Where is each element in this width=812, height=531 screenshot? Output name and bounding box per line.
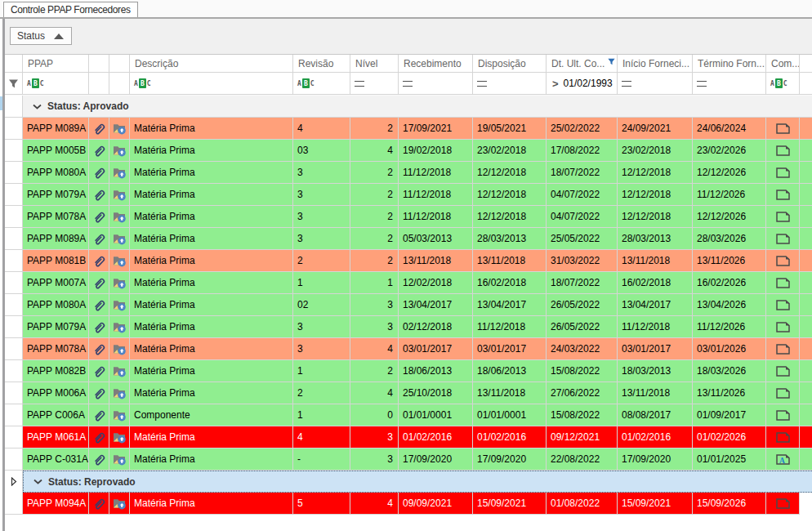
table-row[interactable]: PAPP M079AMatéria Prima3302/12/201811/12… — [5, 316, 812, 338]
cell-recebimento[interactable]: 13/04/2017 — [399, 294, 473, 316]
cell-termino[interactable]: 18/03/2026 — [693, 360, 766, 382]
cell-dtult[interactable]: 04/07/2022 — [547, 206, 618, 228]
cell-attachment[interactable] — [89, 250, 109, 272]
cell-dtult[interactable]: 31/03/2022 — [547, 250, 618, 272]
cell-folder[interactable] — [109, 382, 130, 404]
cell-attachment[interactable] — [89, 360, 109, 382]
table-row[interactable]: PAPP M082BMatéria Prima1218/06/201318/06… — [5, 360, 812, 382]
cell-descricao[interactable]: Matéria Prima — [130, 228, 293, 250]
cell-recebimento[interactable]: 17/09/2021 — [399, 118, 473, 140]
cell-ppap[interactable]: PAPP M081B — [23, 250, 89, 272]
table-row[interactable]: PAPP M094AMatéria Prima5409/09/202115/09… — [5, 493, 812, 515]
column-header-nivel[interactable]: Nível — [350, 55, 399, 72]
cell-nivel[interactable]: 4 — [350, 382, 399, 404]
cell-termino[interactable]: 16/02/2026 — [693, 272, 766, 294]
cell-ppap[interactable]: PAPP M080A — [23, 162, 89, 184]
column-header-disposicao[interactable]: Disposição — [473, 55, 547, 72]
cell-attachment[interactable] — [89, 404, 109, 426]
cell-comentario[interactable] — [766, 493, 800, 515]
cell-attachment[interactable] — [89, 272, 109, 294]
cell-revisao[interactable]: 5 — [293, 493, 350, 515]
note-empty-icon[interactable] — [776, 145, 790, 156]
cell-ppap[interactable]: PAPP M061A — [23, 426, 89, 448]
cell-dtult[interactable]: 18/07/2022 — [547, 162, 618, 184]
cell-nivel[interactable]: 2 — [350, 118, 399, 140]
table-row[interactable]: PAPP C006AComponente1001/01/000101/01/00… — [5, 404, 812, 426]
cell-comentario[interactable] — [766, 140, 800, 162]
cell-comentario[interactable] — [766, 338, 800, 360]
paperclip-icon[interactable] — [92, 320, 106, 334]
cell-ppap[interactable]: PAPP M089A — [23, 228, 89, 250]
cell-nivel[interactable]: 3 — [350, 294, 399, 316]
cell-descricao[interactable]: Matéria Prima — [130, 162, 293, 184]
cell-ppap[interactable]: PAPP M094A — [23, 493, 89, 515]
cell-revisao[interactable]: 02 — [293, 294, 350, 316]
paperclip-icon[interactable] — [92, 276, 106, 290]
filter-cell-recebimento[interactable] — [399, 73, 473, 94]
cell-dtult[interactable]: 25/02/2022 — [547, 118, 618, 140]
cell-comentario[interactable] — [766, 316, 800, 338]
cell-dtult[interactable]: 26/05/2022 — [547, 316, 618, 338]
cell-inicio[interactable]: 13/04/2017 — [618, 294, 693, 316]
note-empty-icon[interactable] — [776, 256, 790, 266]
paperclip-icon[interactable] — [92, 232, 106, 246]
column-header-dtult[interactable]: Dt. Ult. Co... — [547, 55, 618, 72]
cell-termino[interactable]: 13/11/2026 — [693, 382, 766, 404]
cell-folder[interactable] — [109, 426, 130, 448]
note-empty-icon[interactable] — [776, 190, 790, 200]
cell-termino[interactable]: 28/03/2026 — [693, 228, 766, 250]
table-row[interactable]: PAPP M005BMatéria Prima03419/02/201823/0… — [5, 140, 812, 162]
cell-nivel[interactable]: 3 — [350, 448, 399, 471]
table-row[interactable]: PAPP M079AMatéria Prima3211/12/201812/12… — [5, 184, 812, 206]
folder-upload-icon[interactable] — [113, 364, 127, 377]
filter-cell-ppap[interactable]: ABC — [23, 73, 89, 94]
folder-upload-icon[interactable] — [113, 386, 127, 399]
cell-recebimento[interactable]: 18/06/2013 — [399, 360, 473, 382]
cell-nivel[interactable]: 2 — [350, 360, 399, 382]
group-cell[interactable]: Status: Reprovado — [23, 471, 812, 493]
cell-attachment[interactable] — [89, 493, 109, 515]
cell-recebimento[interactable]: 13/11/2018 — [399, 250, 473, 272]
cell-dtult[interactable]: 18/07/2022 — [547, 272, 618, 294]
cell-nivel[interactable]: 4 — [350, 493, 399, 515]
folder-upload-icon[interactable] — [113, 144, 127, 157]
cell-descricao[interactable]: Matéria Prima — [130, 493, 293, 515]
cell-descricao[interactable]: Matéria Prima — [130, 448, 293, 471]
cell-descricao[interactable]: Matéria Prima — [130, 316, 293, 338]
cell-comentario[interactable] — [766, 250, 800, 272]
filter-cell-termino[interactable] — [693, 73, 766, 94]
group-field-chip-status[interactable]: Status — [10, 27, 72, 45]
cell-nivel[interactable]: 2 — [350, 228, 399, 250]
cell-inicio[interactable]: 12/12/2018 — [618, 184, 693, 206]
cell-comentario[interactable] — [766, 184, 800, 206]
table-row[interactable]: PAPP C-031AMatéria Prima-317/09/202017/0… — [5, 448, 812, 471]
paperclip-icon[interactable] — [92, 166, 106, 180]
cell-comentario[interactable] — [766, 426, 800, 448]
cell-revisao[interactable]: 1 — [293, 360, 350, 382]
cell-disposicao[interactable]: 11/12/2018 — [473, 316, 547, 338]
cell-nivel[interactable]: 4 — [350, 140, 399, 162]
cell-comentario[interactable] — [766, 294, 800, 316]
cell-attachment[interactable] — [89, 228, 109, 250]
cell-dtult[interactable]: 09/12/2021 — [547, 426, 618, 448]
folder-upload-icon[interactable] — [113, 188, 127, 201]
cell-termino[interactable]: 01/09/2017 — [693, 404, 766, 426]
folder-upload-icon[interactable] — [113, 232, 127, 245]
cell-nivel[interactable]: 1 — [350, 272, 399, 294]
cell-ppap[interactable]: PAPP M079A — [23, 316, 89, 338]
cell-disposicao[interactable]: 18/06/2013 — [473, 360, 547, 382]
cell-termino[interactable]: 13/04/2026 — [693, 294, 766, 316]
cell-inicio[interactable]: 01/02/2016 — [618, 426, 693, 448]
cell-termino[interactable]: 24/06/2024 — [693, 118, 766, 140]
cell-recebimento[interactable]: 05/03/2013 — [399, 228, 473, 250]
folder-upload-icon[interactable] — [113, 342, 127, 355]
cell-attachment[interactable] — [89, 316, 109, 338]
cell-revisao[interactable]: 4 — [293, 426, 350, 448]
cell-dtult[interactable]: 01/08/2022 — [547, 493, 618, 515]
cell-inicio[interactable]: 15/09/2021 — [618, 493, 693, 515]
cell-comentario[interactable] — [766, 404, 800, 426]
cell-recebimento[interactable]: 01/01/0001 — [399, 404, 473, 426]
folder-upload-icon[interactable] — [113, 497, 127, 510]
cell-disposicao[interactable]: 13/11/2018 — [473, 382, 547, 404]
cell-termino[interactable]: 15/09/2026 — [693, 493, 766, 515]
